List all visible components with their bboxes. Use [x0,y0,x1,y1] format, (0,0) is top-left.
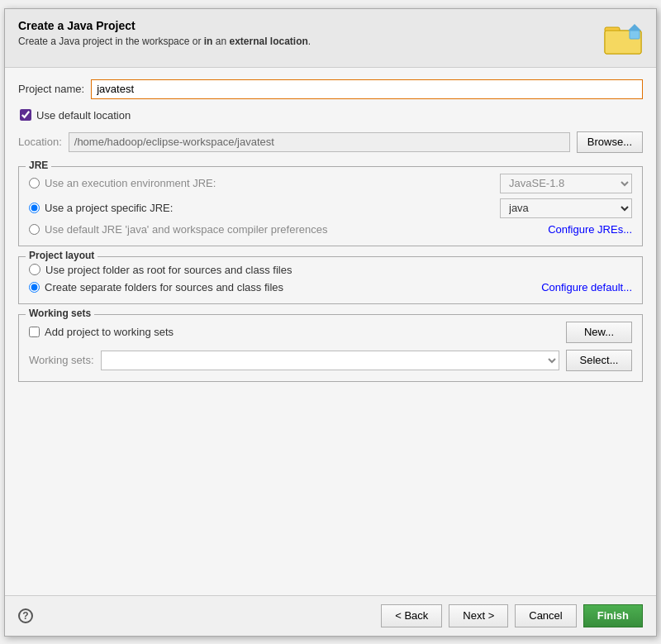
layout-option2-left: Create separate folders for sources and … [29,281,283,293]
ws-row2: Working sets: Select... [29,350,632,371]
add-working-sets-checkbox[interactable] [29,327,40,337]
help-icon[interactable]: ? [18,608,33,623]
dialog-title: Create a Java Project [18,19,311,32]
jre-option3-row: Use default JRE 'java' and workspace com… [29,223,632,236]
working-sets-legend: Working sets [26,308,94,319]
jre-env-dropdown[interactable]: JavaSE-1.8 [500,174,632,193]
subtitle-end: . [308,36,311,47]
jre-legend: JRE [26,160,51,171]
jre-specific-dropdown[interactable]: java [500,198,632,218]
project-name-label: Project name: [18,83,84,95]
use-default-location-checkbox[interactable] [20,109,31,121]
layout-separate-radio[interactable] [29,282,40,293]
working-sets-label: Working sets: [29,354,94,366]
working-sets-inner: Add project to working sets New... Worki… [29,322,632,371]
subtitle-bold2: external location [229,36,307,47]
location-label: Location: [18,136,62,148]
configure-jres-link[interactable]: Configure JREs... [548,223,632,236]
layout-separate-label: Create separate folders for sources and … [45,281,283,293]
project-name-input[interactable] [91,79,643,99]
working-sets-dropdown[interactable] [101,351,559,370]
dialog-header: Create a Java Project Create a Java proj… [5,9,656,68]
jre-option1-right: JavaSE-1.8 [500,174,632,193]
dialog-subtitle: Create a Java project in the workspace o… [18,36,311,47]
configure-default-link[interactable]: Configure default... [541,281,632,293]
new-working-set-button[interactable]: New... [566,322,632,343]
jre-specific-label: Use a project specific JRE: [45,202,173,214]
add-project-checkbox-row: Add project to working sets [29,326,174,338]
next-button[interactable]: Next > [449,604,508,627]
layout-root-radio[interactable] [29,264,40,275]
header-text: Create a Java Project Create a Java proj… [18,19,311,47]
jre-option1-left: Use an execution environment JRE: [29,177,500,189]
project-layout-section: Project layout Use project folder as roo… [18,256,643,304]
jre-option2-left: Use a project specific JRE: [29,202,500,214]
location-row: Location: /home/hadoop/eclipse-workspace… [18,131,643,153]
subtitle-mid: an [212,36,229,47]
project-name-row: Project name: [18,79,643,99]
folder-icon [603,19,643,59]
layout-root-label: Use project folder as root for sources a… [45,264,292,276]
location-input: /home/hadoop/eclipse-workspace/javatest [69,132,570,152]
jre-specific-radio[interactable] [29,203,40,213]
project-layout-legend: Project layout [26,250,97,261]
cancel-button[interactable]: Cancel [515,604,576,627]
svg-rect-3 [630,31,640,39]
dialog-body: Project name: Use default location Locat… [5,68,656,595]
jre-default-radio[interactable] [29,224,40,235]
working-sets-section: Working sets Add project to working sets… [18,314,643,382]
footer-left: ? [18,608,33,623]
layout-option1-row: Use project folder as root for sources a… [29,264,632,276]
back-button[interactable]: < Back [381,604,442,627]
select-working-set-button[interactable]: Select... [566,350,632,371]
jre-env-label: Use an execution environment JRE: [45,177,216,189]
subtitle-start: Create a Java project in the workspace o… [18,36,204,47]
subtitle-bold1: in [204,36,213,47]
jre-default-left: Use default JRE 'java' and workspace com… [29,223,327,236]
use-default-location-label: Use default location [36,109,131,122]
ws-row1: Add project to working sets New... [29,322,632,343]
create-java-project-dialog: Create a Java Project Create a Java proj… [4,8,657,637]
layout-option2-row: Create separate folders for sources and … [29,281,632,293]
dialog-footer: ? < Back Next > Cancel Finish [5,595,656,636]
finish-button[interactable]: Finish [583,604,643,627]
add-working-sets-label: Add project to working sets [45,326,174,338]
jre-option2-right: java [500,198,632,218]
jre-env-radio[interactable] [29,178,40,188]
jre-default-label: Use default JRE 'java' and workspace com… [45,223,327,236]
footer-right: < Back Next > Cancel Finish [381,604,643,627]
jre-section: JRE Use an execution environment JRE: Ja… [18,166,643,246]
folder-icon-svg [603,19,643,59]
browse-button[interactable]: Browse... [577,131,643,153]
jre-option1-row: Use an execution environment JRE: JavaSE… [29,174,632,193]
jre-option2-row: Use a project specific JRE: java [29,198,632,218]
use-default-location-row: Use default location [20,109,643,122]
